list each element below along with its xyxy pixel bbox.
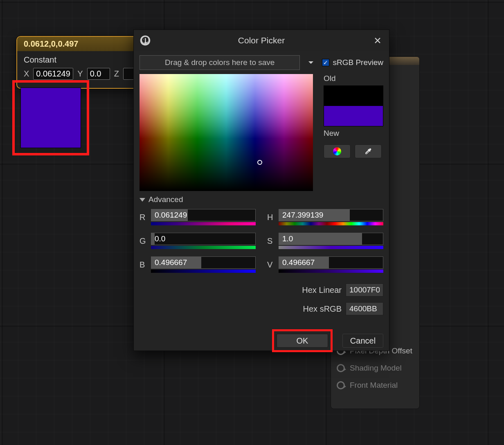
color-field-cursor-icon	[257, 160, 262, 165]
axis-x-label: X	[24, 69, 29, 79]
v-gradient[interactable]	[279, 270, 383, 273]
advanced-label: Advanced	[148, 195, 183, 204]
saved-colors-dropwell[interactable]: Drag & drop colors here to save	[140, 55, 300, 70]
axis-z-label: Z	[114, 69, 119, 79]
s-value: 1.0	[282, 234, 293, 243]
old-color-swatch	[324, 86, 383, 106]
r-input[interactable]: 0.061249	[151, 209, 256, 221]
unreal-logo-icon	[140, 34, 151, 47]
close-icon	[374, 37, 381, 44]
new-color-swatch	[324, 106, 383, 126]
b-gradient[interactable]	[151, 270, 256, 273]
chevron-down-icon	[308, 59, 314, 66]
hex-linear-label: Hex Linear	[302, 285, 342, 295]
hex-srgb-label: Hex sRGB	[303, 304, 342, 314]
b-label: B	[140, 260, 147, 270]
h-gradient[interactable]	[279, 222, 383, 225]
ok-highlight: OK	[272, 329, 333, 352]
r-gradient[interactable]	[151, 222, 256, 225]
h-value: 247.399139	[282, 211, 323, 220]
h-input[interactable]: 247.399139	[279, 209, 383, 221]
srgb-label: sRGB Preview	[333, 58, 383, 67]
ok-button[interactable]: OK	[277, 334, 328, 348]
old-label: Old	[324, 74, 383, 83]
color-wheel-button[interactable]	[324, 144, 351, 158]
expand-saved-button[interactable]	[305, 56, 317, 69]
dialog-title: Color Picker	[156, 36, 367, 45]
swatch-highlight	[12, 80, 89, 155]
hex-srgb-input[interactable]	[346, 302, 383, 315]
input-pin-icon	[337, 381, 345, 389]
color-wheel-icon	[333, 147, 341, 155]
s-label: S	[267, 236, 274, 246]
cancel-button[interactable]: Cancel	[342, 334, 383, 348]
checkbox-checked-icon: ✓	[322, 59, 329, 66]
triangle-down-icon	[140, 198, 145, 202]
hex-linear-input[interactable]	[346, 283, 383, 297]
r-label: R	[140, 213, 147, 222]
color-swatch[interactable]	[20, 88, 81, 148]
v-value: 0.496667	[282, 258, 315, 267]
r-value: 0.061249	[155, 211, 187, 220]
g-value: 0.0	[155, 234, 165, 243]
s-input[interactable]: 1.0	[279, 233, 383, 245]
srgb-preview-toggle[interactable]: ✓ sRGB Preview	[322, 58, 383, 67]
s-gradient[interactable]	[279, 246, 383, 249]
v-label: V	[267, 260, 274, 270]
axis-y-label: Y	[77, 69, 83, 79]
g-input[interactable]: 0.0	[151, 233, 256, 245]
eyedropper-icon	[364, 147, 372, 155]
h-label: H	[267, 213, 274, 222]
b-value: 0.496667	[155, 258, 187, 267]
g-label: G	[140, 236, 147, 246]
y-input[interactable]	[87, 68, 110, 80]
panel-item-label: Shading Model	[350, 364, 402, 373]
panel-item-shading-model[interactable]: Shading Model	[331, 360, 419, 377]
advanced-toggle[interactable]: Advanced	[140, 195, 383, 204]
x-input[interactable]	[33, 68, 73, 80]
panel-item-label: Front Material	[350, 381, 398, 390]
b-input[interactable]: 0.496667	[151, 256, 256, 269]
v-input[interactable]: 0.496667	[279, 256, 383, 269]
eyedropper-button[interactable]	[355, 144, 382, 158]
input-pin-icon	[337, 364, 345, 372]
color-field[interactable]	[140, 74, 313, 191]
new-label: New	[324, 129, 383, 138]
close-button[interactable]	[372, 35, 383, 46]
old-new-swatch[interactable]	[324, 85, 383, 126]
color-picker-dialog: Color Picker Drag & drop colors here to …	[133, 29, 389, 351]
panel-item-front-material[interactable]: Front Material	[331, 377, 419, 394]
g-gradient[interactable]	[151, 246, 256, 249]
